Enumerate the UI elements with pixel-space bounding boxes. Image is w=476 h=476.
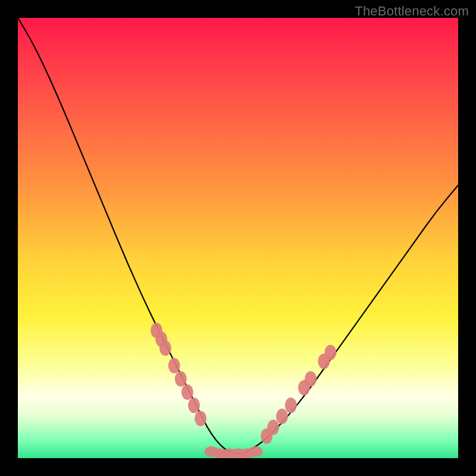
marker-right xyxy=(267,419,279,435)
marker-left xyxy=(175,371,187,387)
marker-left xyxy=(181,384,193,400)
marker-right xyxy=(324,345,336,360)
marker-left xyxy=(188,397,200,413)
marker-bottom xyxy=(249,446,263,457)
marker-left xyxy=(168,358,180,374)
marker-right xyxy=(285,397,297,413)
bottleneck-curve xyxy=(18,18,458,454)
bottleneck-curve-plot xyxy=(18,18,458,458)
chart-frame xyxy=(18,18,458,458)
watermark-text: TheBottleneck.com xyxy=(355,4,469,19)
marker-right xyxy=(276,409,288,424)
marker-right xyxy=(305,371,317,387)
data-markers xyxy=(151,322,336,458)
marker-left xyxy=(195,411,206,426)
marker-left xyxy=(159,340,171,356)
